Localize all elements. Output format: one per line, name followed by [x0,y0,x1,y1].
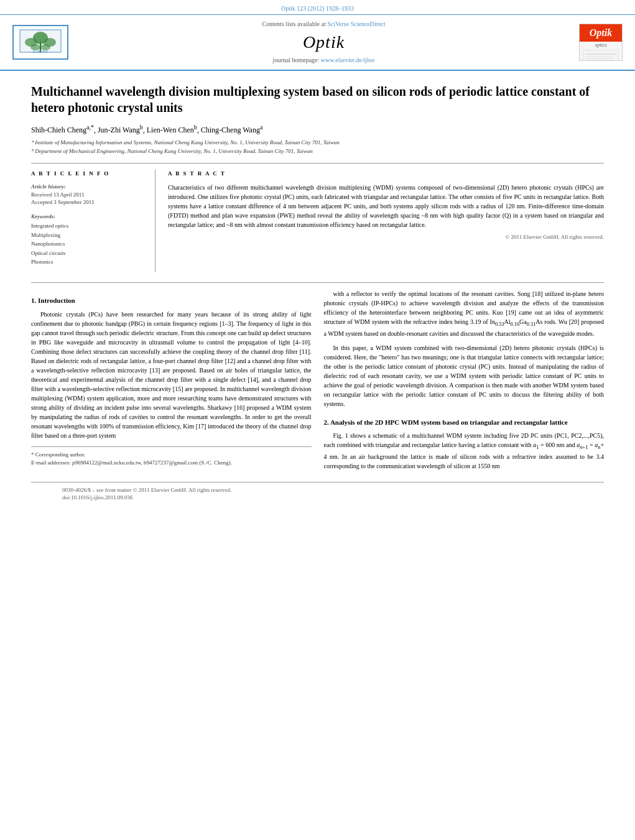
author-jun-zhi: Jun-Zhi Wangb [98,126,143,134]
top-bar: Optik 123 (2012) 1928–1933 [0,0,635,15]
footnote-corresponding: * Corresponding author. [31,451,312,459]
journal-homepage: journal homepage: www.elsevier.de/ijleo [81,56,567,65]
abstract-text: Characteristics of two different multich… [168,183,604,229]
footnote-area: * Corresponding author. E-mail addresses… [31,446,312,468]
keyword-5: Photonics [31,257,146,266]
footer-text1: 0030-4026/$ – see front matter © 2011 El… [62,486,573,494]
optik-journal-graphic [582,49,619,60]
left-col: 1. Introduction Photonic crystals (PCs) … [31,289,312,475]
journal-title: Optik [81,30,567,54]
svg-text:ELSEVIER: ELSEVIER [33,50,49,53]
intro-para3: In this paper, a WDM system combined wit… [324,343,605,408]
keyword-4: Optical circuits [31,249,146,257]
page-header: ELSEVIER Contents lists available at Sci… [0,15,635,70]
journal-ref: Optik 123 (2012) 1928–1933 [281,5,354,12]
optik-sub-label: optics [595,42,606,48]
affiliations: ᵃ Institute of Manufacturing Information… [31,139,604,155]
footer-text2: doi:10.1016/j.ijleo.2011.09.036 [62,494,573,502]
received-date: Received 13 April 2011 [31,191,146,199]
elsevier-graphic-svg: ELSEVIER [19,29,62,53]
keyword-2: Multiplexing [31,231,146,239]
intro-para1: Photonic crystals (PCs) have been resear… [31,310,312,440]
author-shih-chieh: Shih-Chieh Chenga,* [31,126,94,134]
keywords-section: Keywords: Integrated optics Multiplexing… [31,213,146,267]
authors-line: Shih-Chieh Chenga,*, Jun-Zhi Wangb, Lien… [31,123,604,136]
sciverse-line: Contents lists available at SciVerse Sci… [81,20,567,29]
elsevier-logo: ELSEVIER [12,25,68,60]
article-info-heading: A R T I C L E I N F O [31,170,146,178]
article-info: A R T I C L E I N F O Article history: R… [31,170,155,272]
history-section: Article history: Received 13 April 2011 … [31,183,146,206]
body-two-col: 1. Introduction Photonic crystals (PCs) … [31,289,604,475]
accepted-date: Accepted 3 September 2011 [31,198,146,206]
keyword-1: Integrated optics [31,221,146,230]
right-col: with a reflector to verify the optimal l… [324,289,605,475]
divider-2 [31,282,604,283]
divider-1 [31,163,604,164]
abstract-heading: A B S T R A C T [168,170,604,178]
copyright-line: © 2011 Elsevier GmbH. All rights reserve… [168,233,604,241]
svg-rect-8 [583,50,618,60]
footnote-email: E-mail addresses: p96984122@mail.ncku.ed… [31,459,312,468]
section2-para1: Fig. 1 shows a schematic of a multichann… [324,431,605,470]
history-label: Article history: [31,183,146,191]
author-lien-wen: Lien-Wen Chenb [147,126,197,134]
section1-heading: 1. Introduction [31,295,312,306]
affiliation-b: ᵇ Department of Mechanical Engineering, … [31,147,604,156]
optik-red-label: Optik [580,24,622,42]
optik-logo-image: Optik optics [579,24,623,61]
main-content: Multichannel wavelength division multipl… [0,71,635,518]
article-title: Multichannel wavelength division multipl… [31,83,604,116]
footer-bar: 0030-4026/$ – see front matter © 2011 El… [31,482,604,505]
keyword-3: Nanophotonics [31,239,146,248]
journal-center: Contents lists available at SciVerse Sci… [81,20,567,64]
abstract-section: A B S T R A C T Characteristics of two d… [168,170,604,272]
affiliation-a: ᵃ Institute of Manufacturing Information… [31,139,604,147]
author-ching-cheng: Ching-Cheng Wanga [201,126,263,134]
article-meta-row: A R T I C L E I N F O Article history: R… [31,170,604,272]
intro-para2: with a reflector to verify the optimal l… [324,289,605,338]
optik-logo: Optik optics [579,24,623,61]
keywords-label: Keywords: [31,213,146,221]
section2-heading: 2. Analysis of the 2D HPC WDM system bas… [324,417,605,428]
